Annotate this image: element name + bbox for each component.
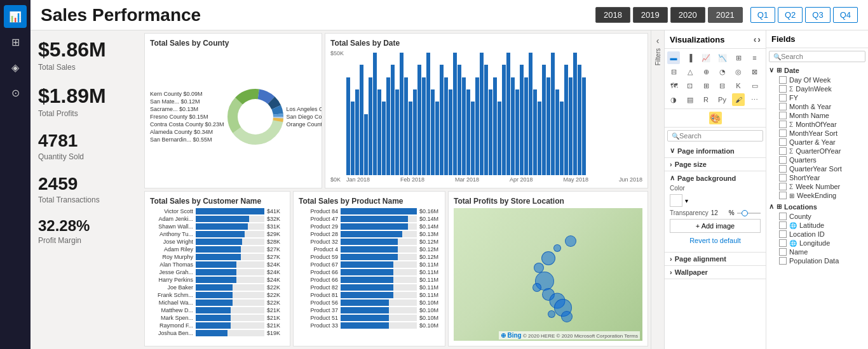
viz-matrix-icon[interactable]: ⊟ (716, 79, 729, 92)
viz-gauge-icon[interactable]: ◑ (667, 93, 680, 106)
viz-slicer-icon[interactable]: ▤ (684, 93, 696, 106)
month-of-year-checkbox[interactable] (779, 121, 787, 128)
viz-column-icon[interactable]: ▐ (684, 51, 696, 64)
field-county[interactable]: County (769, 212, 865, 221)
add-image-btn[interactable]: + Add image (670, 219, 761, 233)
paint-roller-icon[interactable]: 🎨 (709, 112, 722, 124)
q3-btn[interactable]: Q3 (805, 7, 830, 23)
field-month-of-year[interactable]: Σ MonthOfYear (769, 120, 865, 129)
transparency-thumb[interactable] (742, 210, 748, 216)
location-id-checkbox[interactable] (779, 230, 787, 238)
color-picker[interactable]: ▾ (670, 194, 761, 207)
nav-model-icon[interactable]: ◈ (4, 56, 27, 79)
week-number-checkbox[interactable] (779, 183, 787, 190)
viz-combo-icon[interactable]: ⊞ (732, 51, 745, 64)
field-group-locations-header[interactable]: ∧ ⊞ Locations (769, 201, 865, 212)
month-year-checkbox[interactable] (779, 103, 787, 110)
product-chart[interactable]: Total Sales by Product Name Product 84 $… (293, 191, 445, 346)
name-checkbox[interactable] (779, 248, 787, 256)
viz-treemap-icon[interactable]: ⊠ (749, 65, 761, 78)
viz-more-icon[interactable]: ⋯ (749, 93, 761, 106)
map-chart[interactable]: Total Profits by Store Location ⊕ Bing ©… (448, 191, 648, 346)
page-information-toggle[interactable]: ∨ Page information (670, 147, 761, 155)
quarteryear-sort-checkbox[interactable] (779, 165, 787, 173)
latitude-checkbox[interactable] (779, 221, 787, 229)
viz-next-arrow[interactable]: › (757, 34, 761, 44)
viz-format-icon[interactable]: 🖌 (732, 93, 745, 106)
fields-search-box[interactable]: 🔍 (769, 51, 865, 62)
viz-pie-icon[interactable]: ◔ (716, 65, 729, 78)
viz-search-box[interactable]: 🔍 (667, 130, 763, 142)
viz-donut-icon[interactable]: ◎ (732, 65, 745, 78)
field-week-ending[interactable]: ⊞ WeekEnding (769, 191, 865, 200)
transparency-slider[interactable] (737, 213, 761, 214)
color-swatch[interactable] (670, 194, 682, 207)
population-data-checkbox[interactable] (779, 257, 787, 265)
color-dropdown[interactable]: ▾ (685, 197, 688, 204)
page-background-toggle[interactable]: ∧ Page background (670, 174, 761, 182)
quarters-checkbox[interactable] (779, 156, 787, 164)
q4-btn[interactable]: Q4 (833, 7, 858, 23)
field-monthyear-sort[interactable]: MonthYear Sort (769, 129, 865, 138)
day-in-week-checkbox[interactable] (779, 85, 787, 93)
field-latitude[interactable]: 🌐 Latitude (769, 221, 865, 230)
date-chart[interactable]: Total Sales by Date $50K $0K Jan 2018 Fe… (325, 33, 648, 188)
viz-ribbon-icon[interactable]: ≡ (749, 51, 761, 64)
field-fy[interactable]: FY (769, 93, 865, 102)
year-2019-btn[interactable]: 2019 (633, 7, 668, 23)
quarter-year-checkbox[interactable] (779, 138, 787, 146)
county-chart[interactable]: Total Sales by County Kern County $0.09M… (144, 33, 322, 188)
field-group-date-header[interactable]: ∨ ⊞ Date (769, 65, 865, 76)
viz-line-icon[interactable]: 📈 (700, 51, 712, 64)
day-of-week-checkbox[interactable] (779, 76, 787, 84)
viz-table-icon[interactable]: ⊞ (700, 79, 712, 92)
year-2020-btn[interactable]: 2020 (670, 7, 705, 23)
field-day-in-week[interactable]: Σ DayInWeek (769, 84, 865, 93)
field-short-year[interactable]: ShortYear (769, 173, 865, 182)
monthyear-sort-checkbox[interactable] (779, 129, 787, 137)
nav-report-icon[interactable]: 📊 (4, 5, 27, 28)
wallpaper-toggle[interactable]: › Wallpaper (670, 268, 761, 276)
field-population-data[interactable]: Population Data (769, 256, 865, 265)
page-size-toggle[interactable]: › Page size (670, 161, 761, 168)
year-2018-btn[interactable]: 2018 (595, 7, 630, 23)
viz-funnel-icon[interactable]: △ (684, 65, 696, 78)
field-day-of-week[interactable]: Day Of Week (769, 76, 865, 84)
page-alignment-toggle[interactable]: › Page alignment (670, 255, 761, 263)
field-quarters[interactable]: Quarters (769, 155, 865, 164)
viz-map-icon[interactable]: 🗺 (667, 79, 680, 92)
fields-search-input[interactable] (781, 53, 861, 60)
viz-kpi-icon[interactable]: K (732, 79, 745, 92)
field-quarteryear-sort[interactable]: QuarterYear Sort (769, 164, 865, 173)
fy-checkbox[interactable] (779, 94, 787, 102)
field-quarter-of-year[interactable]: Σ QuarterOfYear (769, 147, 865, 155)
customer-chart[interactable]: Total Sales by Customer Name Victor Scot… (144, 191, 290, 346)
short-year-checkbox[interactable] (779, 174, 787, 181)
field-longitude[interactable]: 🌐 Longitude (769, 239, 865, 247)
field-week-number[interactable]: Σ Week Number (769, 182, 865, 191)
field-location-id[interactable]: Location ID (769, 230, 865, 239)
field-month-name[interactable]: Month Name (769, 111, 865, 120)
viz-prev-arrow[interactable]: ‹ (754, 34, 757, 44)
viz-custom2-icon[interactable]: Py (716, 93, 729, 106)
county-checkbox[interactable] (779, 213, 787, 220)
viz-scatter-icon[interactable]: ⊕ (700, 65, 712, 78)
viz-card-icon[interactable]: ▭ (749, 79, 761, 92)
field-month-year[interactable]: Month & Year (769, 102, 865, 111)
viz-choropleth-icon[interactable]: ⊡ (684, 79, 696, 92)
q1-btn[interactable]: Q1 (750, 7, 775, 23)
q2-btn[interactable]: Q2 (778, 7, 803, 23)
week-ending-checkbox[interactable] (779, 192, 787, 199)
nav-data-icon[interactable]: ⊞ (4, 30, 27, 53)
filters-strip[interactable]: ‹ Filters (651, 30, 665, 349)
field-name[interactable]: Name (769, 247, 865, 256)
viz-bar-icon[interactable]: ▬ (667, 51, 680, 64)
viz-waterfall-icon[interactable]: ⊟ (667, 65, 680, 78)
field-quarter-year[interactable]: Quarter & Year (769, 138, 865, 147)
longitude-checkbox[interactable] (779, 239, 787, 247)
year-2021-btn[interactable]: 2021 (708, 7, 743, 23)
month-name-checkbox[interactable] (779, 112, 787, 119)
revert-default-btn[interactable]: Revert to default (670, 234, 761, 247)
quarter-of-year-checkbox[interactable] (779, 147, 787, 155)
viz-custom1-icon[interactable]: R (700, 93, 712, 106)
